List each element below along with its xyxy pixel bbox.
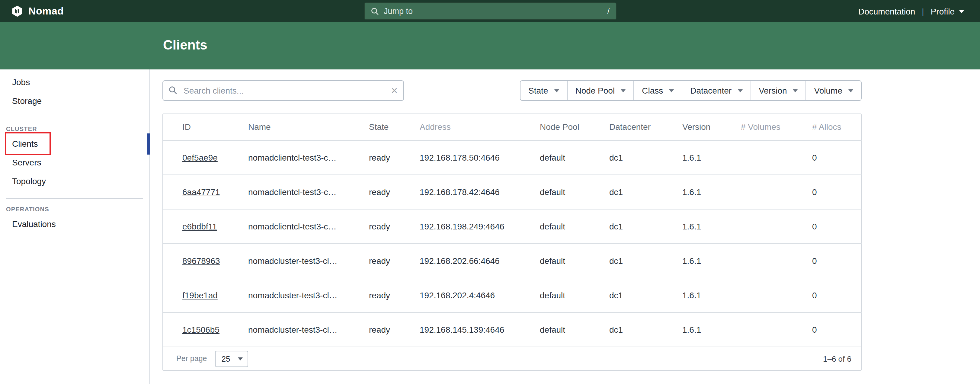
clients-table-container: ID Name State Address Node Pool Datacent… xyxy=(162,113,862,371)
client-name: nomadcluster-test3-cl… xyxy=(239,278,359,312)
client-version: 1.6.1 xyxy=(673,278,731,312)
profile-label: Profile xyxy=(931,6,955,16)
client-node-pool: default xyxy=(530,312,600,347)
column-header-state[interactable]: State xyxy=(359,114,410,140)
client-id-link[interactable]: 1c1506b5 xyxy=(182,325,220,335)
client-state: ready xyxy=(359,140,410,174)
per-page-label: Per page xyxy=(176,354,207,363)
sidebar-item-clients[interactable]: Clients xyxy=(0,135,149,153)
filter-datacenter-dropdown[interactable]: Datacenter xyxy=(682,81,750,100)
clients-toolbar: ✕ State Node Pool Class xyxy=(162,80,862,101)
client-node-pool: default xyxy=(530,243,600,278)
client-id-link[interactable]: f19be1ad xyxy=(182,290,218,300)
sidebar-divider xyxy=(6,198,143,199)
filter-label: Volume xyxy=(814,86,842,96)
sidebar-item-label: Evaluations xyxy=(12,219,56,229)
client-name: nomadcluster-test3-cl… xyxy=(239,243,359,278)
sidebar-item-label: Storage xyxy=(12,96,42,106)
search-clients-input[interactable] xyxy=(162,80,404,101)
pagination-range: 1–6 of 6 xyxy=(823,354,851,363)
column-header-node-pool[interactable]: Node Pool xyxy=(530,114,600,140)
client-allocs: 0 xyxy=(802,140,862,174)
client-datacenter: dc1 xyxy=(600,278,673,312)
client-node-pool: default xyxy=(530,174,600,209)
column-header-version[interactable]: Version xyxy=(673,114,731,140)
client-datacenter: dc1 xyxy=(600,174,673,209)
filter-class-dropdown[interactable]: Class xyxy=(633,81,682,100)
client-name: nomadclientcl-test3-c… xyxy=(239,140,359,174)
sidebar-item-evaluations[interactable]: Evaluations xyxy=(0,215,149,234)
sidebar-section-cluster: CLUSTER xyxy=(0,123,149,135)
client-node-pool: default xyxy=(530,140,600,174)
search-icon xyxy=(169,86,178,97)
client-row[interactable]: 89678963 nomadcluster-test3-cl… ready 19… xyxy=(163,243,862,278)
client-id-link[interactable]: 89678963 xyxy=(182,256,220,265)
chevron-down-icon xyxy=(554,89,559,92)
top-right-nav: Documentation | Profile xyxy=(858,6,980,16)
client-datacenter: dc1 xyxy=(600,312,673,347)
client-id-link[interactable]: e6bdbf11 xyxy=(182,221,217,231)
column-header-datacenter[interactable]: Datacenter xyxy=(600,114,673,140)
clients-table: ID Name State Address Node Pool Datacent… xyxy=(163,114,862,347)
client-volumes xyxy=(731,174,802,209)
jump-to-search[interactable]: Jump to / xyxy=(364,2,616,20)
filter-version-dropdown[interactable]: Version xyxy=(750,81,805,100)
client-node-pool: default xyxy=(530,209,600,243)
client-allocs: 0 xyxy=(802,312,862,347)
brand-link[interactable]: Nomad xyxy=(0,5,64,18)
client-allocs: 0 xyxy=(802,243,862,278)
sidebar-section-operations: OPERATIONS xyxy=(0,204,149,215)
column-header-id[interactable]: ID xyxy=(163,114,239,140)
client-version: 1.6.1 xyxy=(673,312,731,347)
sidebar-item-label: Topology xyxy=(12,176,46,186)
client-state: ready xyxy=(359,209,410,243)
profile-menu-trigger[interactable]: Profile xyxy=(931,6,964,16)
table-header-row: ID Name State Address Node Pool Datacent… xyxy=(163,114,862,140)
sidebar-item-storage[interactable]: Storage xyxy=(0,92,149,110)
filter-label: Class xyxy=(642,86,663,96)
column-header-allocs: # Allocs xyxy=(802,114,862,140)
client-row[interactable]: 1c1506b5 nomadcluster-test3-cl… ready 19… xyxy=(163,312,862,347)
client-row[interactable]: 6aa47771 nomadclientcl-test3-c… ready 19… xyxy=(163,174,862,209)
filter-volume-dropdown[interactable]: Volume xyxy=(806,81,861,100)
sidebar-item-label: Servers xyxy=(12,158,41,167)
per-page-select[interactable]: 25 xyxy=(215,351,248,367)
sidebar-item-jobs[interactable]: Jobs xyxy=(0,73,149,92)
client-address: 192.168.178.42:4646 xyxy=(410,174,530,209)
search-clients-box: ✕ xyxy=(162,80,404,101)
client-datacenter: dc1 xyxy=(600,209,673,243)
top-navbar: Nomad Jump to / Documentation | Profile xyxy=(0,0,980,22)
filter-label: State xyxy=(528,86,548,96)
active-item-indicator xyxy=(147,134,150,155)
client-row[interactable]: e6bdbf11 nomadclientcl-test3-c… ready 19… xyxy=(163,209,862,243)
client-id-link[interactable]: 6aa47771 xyxy=(182,187,220,196)
documentation-link[interactable]: Documentation xyxy=(858,6,915,16)
client-volumes xyxy=(731,140,802,174)
filter-state-dropdown[interactable]: State xyxy=(520,81,567,100)
client-address: 192.168.198.249:4646 xyxy=(410,209,530,243)
jump-to-placeholder: Jump to xyxy=(384,6,413,16)
sidebar-item-topology[interactable]: Topology xyxy=(0,172,149,191)
chevron-down-icon xyxy=(238,357,242,360)
chevron-down-icon xyxy=(621,89,625,92)
client-address: 192.168.178.50:4646 xyxy=(410,140,530,174)
nav-separator: | xyxy=(922,6,924,16)
client-allocs: 0 xyxy=(802,278,862,312)
chevron-down-icon xyxy=(738,89,742,92)
client-id-link[interactable]: 0ef5ae9e xyxy=(182,153,218,162)
filter-node-pool-dropdown[interactable]: Node Pool xyxy=(567,81,633,100)
sidebar-item-label: Clients xyxy=(12,139,38,148)
search-icon xyxy=(371,7,379,15)
sidebar: Jobs Storage CLUSTER Clients Servers Top… xyxy=(0,69,150,384)
column-header-name[interactable]: Name xyxy=(239,114,359,140)
client-version: 1.6.1 xyxy=(673,174,731,209)
chevron-down-icon xyxy=(793,89,798,92)
client-version: 1.6.1 xyxy=(673,209,731,243)
client-row[interactable]: f19be1ad nomadcluster-test3-cl… ready 19… xyxy=(163,278,862,312)
client-volumes xyxy=(731,209,802,243)
clear-search-icon[interactable]: ✕ xyxy=(391,84,398,97)
filter-label: Datacenter xyxy=(690,86,732,96)
sidebar-item-servers[interactable]: Servers xyxy=(0,153,149,172)
client-address: 192.168.145.139:4646 xyxy=(410,312,530,347)
client-row[interactable]: 0ef5ae9e nomadclientcl-test3-c… ready 19… xyxy=(163,140,862,174)
